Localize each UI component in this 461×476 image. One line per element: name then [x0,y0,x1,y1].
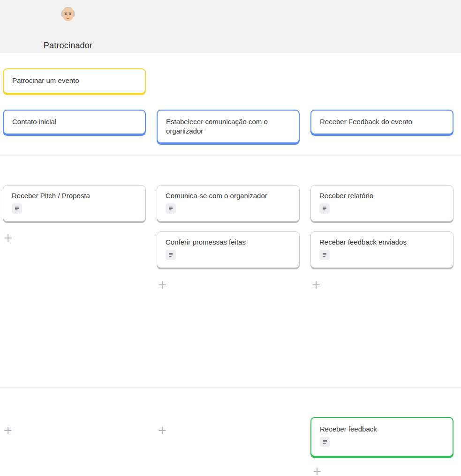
task-card-receber-feedback[interactable]: Receber feedback [310,417,453,457]
step-card-contato-inicial[interactable]: Contato inicial [3,110,146,134]
notes-icon [167,205,174,212]
section-divider-2 [0,387,461,388]
step-card-title: Receber Feedback do evento [320,117,444,126]
add-card-button[interactable]: + [157,425,167,436]
task-card-title: Receber feedback enviados [319,238,445,247]
task-card-title: Comunica-se com o organizador [166,191,291,201]
step-card-estabelecer-comunicacao[interactable]: Estabelecer comunicação com o organizado… [157,110,300,143]
step-card-title: Contato inicial [12,117,136,126]
notes-badge [319,250,330,260]
notes-badge [166,203,176,214]
notes-icon [322,439,328,445]
task-card-title: Receber relatório [319,191,445,201]
notes-badge [320,437,330,447]
add-card-button[interactable]: + [3,233,13,243]
task-card-title: Receber Pitch / Proposta [12,191,137,201]
task-card-title: Receber feedback [320,424,444,434]
notes-icon [321,205,328,212]
task-card-title: Conferir promessas feitas [166,238,291,247]
add-card-button[interactable]: + [311,280,321,290]
notes-badge [319,203,330,214]
persona: Patrocinador [0,6,136,51]
notes-badge [166,250,176,260]
activity-card[interactable]: Patrocinar um evento [3,68,146,94]
notes-icon [167,252,174,258]
add-card-button[interactable]: + [312,466,322,476]
journey-board: Patrocinador Patrocinar um evento Contat… [0,0,461,476]
task-card-receber-relatorio[interactable]: Receber relatório [310,185,453,222]
old-man-emoji-avatar[interactable] [59,6,77,23]
activity-card-title: Patrocinar um evento [12,76,136,85]
section-divider-1 [0,155,461,156]
persona-header: Patrocinador [0,0,461,53]
add-card-button[interactable]: + [157,280,167,290]
notes-badge [12,203,22,214]
task-card-receber-pitch[interactable]: Receber Pitch / Proposta [3,185,146,222]
add-card-button[interactable]: + [3,425,13,436]
task-card-conferir-promessas[interactable]: Conferir promessas feitas [157,231,300,268]
persona-name[interactable]: Patrocinador [0,41,136,51]
step-card-title: Estabelecer comunicação com o organizado… [166,117,290,136]
step-card-receber-feedback-evento[interactable]: Receber Feedback do evento [310,110,453,134]
notes-icon [321,252,328,258]
old-man-avatar-graphic [59,6,77,23]
notes-icon [14,205,20,212]
task-card-comunica-se[interactable]: Comunica-se com o organizador [157,185,300,222]
task-card-receber-feedback-enviados[interactable]: Receber feedback enviados [310,231,453,268]
